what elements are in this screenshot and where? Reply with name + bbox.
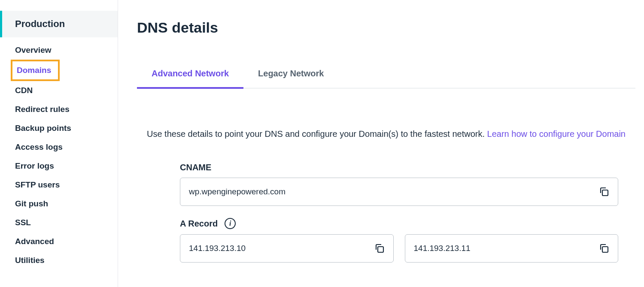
sidebar-item-domains[interactable]: Domains — [11, 60, 60, 81]
copy-icon[interactable] — [599, 243, 609, 254]
a-record-value: 141.193.213.10 — [189, 244, 246, 253]
sidebar-item-redirect-rules[interactable]: Redirect rules — [0, 100, 118, 119]
sidebar-item-overview[interactable]: Overview — [0, 41, 118, 60]
sidebar-item-label: Overview — [15, 45, 52, 54]
sidebar-item-sftp-users[interactable]: SFTP users — [0, 175, 118, 194]
page-title: DNS details — [137, 19, 635, 36]
sidebar-item-label: Advanced — [15, 237, 54, 246]
sidebar-item-label: Utilities — [15, 256, 45, 265]
a-record-label: A Record i — [180, 218, 618, 229]
copy-icon[interactable] — [599, 187, 609, 197]
tabs: Advanced Network Legacy Network — [137, 60, 635, 88]
learn-configure-domain-link[interactable]: Learn how to configure your Domain — [487, 129, 626, 139]
sidebar-item-label: Git push — [15, 199, 48, 208]
a-record-box-1: 141.193.213.10 — [180, 234, 394, 263]
helper-text-body: Use these details to point your DNS and … — [147, 129, 487, 139]
info-icon[interactable]: i — [225, 218, 236, 229]
sidebar-item-advanced[interactable]: Advanced — [0, 232, 118, 251]
sidebar-item-label: CDN — [15, 86, 33, 95]
sidebar-section-label: Production — [15, 18, 65, 30]
sidebar-item-label: Domains — [17, 66, 51, 75]
sidebar-item-error-logs[interactable]: Error logs — [0, 157, 118, 175]
copy-icon[interactable] — [374, 243, 385, 254]
a-record-row: 141.193.213.10 141.193.213.11 — [180, 234, 618, 263]
sidebar: Production Overview Domains CDN Redirect… — [0, 0, 118, 287]
sidebar-item-label: Access logs — [15, 142, 63, 151]
svg-rect-2 — [602, 247, 608, 252]
cname-value-box: wp.wpenginepowered.com — [180, 178, 618, 206]
svg-rect-0 — [602, 190, 608, 196]
helper-text: Use these details to point your DNS and … — [137, 129, 635, 139]
a-record-value: 141.193.213.11 — [414, 244, 471, 253]
sidebar-item-label: SFTP users — [15, 180, 60, 189]
dns-records: CNAME wp.wpenginepowered.com A Record i … — [137, 163, 635, 263]
sidebar-item-backup-points[interactable]: Backup points — [0, 119, 118, 138]
sidebar-item-git-push[interactable]: Git push — [0, 194, 118, 213]
tab-advanced-network[interactable]: Advanced Network — [137, 60, 243, 89]
svg-rect-1 — [378, 247, 383, 252]
tab-label: Advanced Network — [152, 69, 229, 78]
sidebar-item-ssl[interactable]: SSL — [0, 213, 118, 232]
cname-value: wp.wpenginepowered.com — [189, 187, 286, 196]
cname-label: CNAME — [180, 163, 618, 172]
a-record-box-2: 141.193.213.11 — [405, 234, 619, 263]
sidebar-item-label: Redirect rules — [15, 105, 70, 114]
tab-label: Legacy Network — [258, 69, 324, 78]
sidebar-item-cdn[interactable]: CDN — [0, 81, 118, 100]
sidebar-item-access-logs[interactable]: Access logs — [0, 138, 118, 157]
sidebar-item-label: SSL — [15, 218, 31, 227]
sidebar-section-production[interactable]: Production — [0, 11, 118, 37]
sidebar-item-label: Error logs — [15, 161, 54, 170]
tab-legacy-network[interactable]: Legacy Network — [243, 60, 338, 89]
sidebar-item-label: Backup points — [15, 124, 71, 133]
sidebar-item-utilities[interactable]: Utilities — [0, 251, 118, 270]
main-content: DNS details Advanced Network Legacy Netw… — [118, 0, 644, 287]
